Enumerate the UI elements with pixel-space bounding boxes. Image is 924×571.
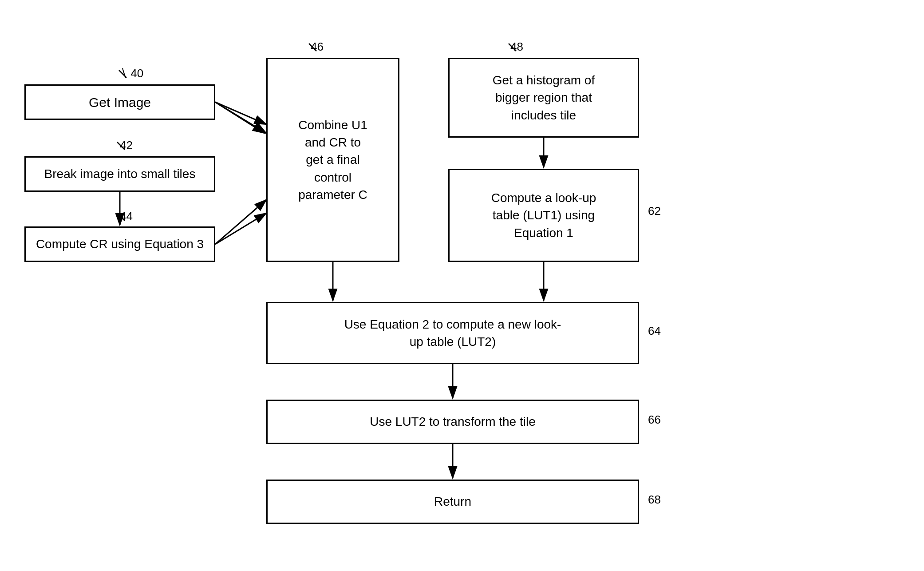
ref-68: 68 xyxy=(648,493,661,507)
ref-66: 66 xyxy=(648,413,661,427)
ref-64: 64 xyxy=(648,324,661,338)
box-compute-cr: Compute CR using Equation 3 xyxy=(24,226,215,262)
ref-48: 48 xyxy=(510,40,523,54)
box-combine: Combine U1and CR toget a finalcontrolpar… xyxy=(266,58,399,262)
ref-44: 44 xyxy=(120,210,133,223)
svg-line-1 xyxy=(215,102,265,133)
box-use-lut2-label: Use LUT2 to transform the tile xyxy=(370,414,535,430)
box-compute-lut1: Compute a look-uptable (LUT1) usingEquat… xyxy=(448,169,639,262)
box-return-label: Return xyxy=(434,494,471,510)
box-compute-lut2-label: Use Equation 2 to compute a new look-up … xyxy=(344,316,561,350)
box-break-image-label: Break image into small tiles xyxy=(44,166,196,182)
box-use-lut2: Use LUT2 to transform the tile xyxy=(266,400,639,444)
ref-42: 42 xyxy=(120,139,133,152)
ref-40: ∖ 40 xyxy=(120,67,143,80)
box-histogram-label: Get a histogram ofbigger region thatincl… xyxy=(493,71,595,124)
box-compute-lut1-label: Compute a look-uptable (LUT1) usingEquat… xyxy=(491,189,596,242)
box-combine-label: Combine U1and CR toget a finalcontrolpar… xyxy=(298,116,367,203)
box-get-image-label: Get Image xyxy=(89,94,151,111)
ref-46: 46 xyxy=(311,40,324,54)
box-break-image: Break image into small tiles xyxy=(24,156,215,192)
ref-62: 62 xyxy=(648,204,661,218)
box-return: Return xyxy=(266,480,639,524)
box-get-image: Get Image xyxy=(24,84,215,120)
box-compute-lut2: Use Equation 2 to compute a new look-up … xyxy=(266,302,639,364)
box-compute-cr-label: Compute CR using Equation 3 xyxy=(36,236,204,252)
diagram-container: Get Image ∖ 40 Break image into small ti… xyxy=(0,0,924,571)
box-histogram: Get a histogram ofbigger region thatincl… xyxy=(448,58,639,138)
